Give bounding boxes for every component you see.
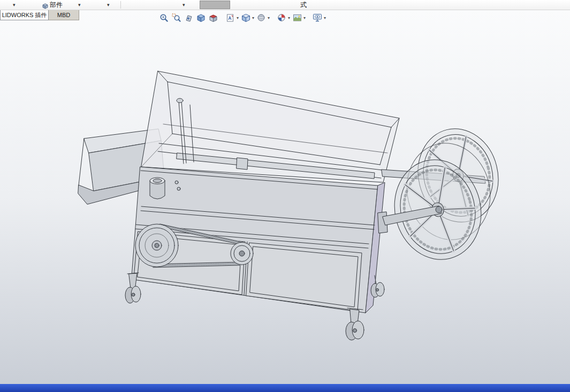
edit-appearance-icon[interactable] [276,13,287,22]
dropdown-arrow-icon[interactable]: ▾ [237,16,239,20]
section-view-icon[interactable] [208,13,218,22]
component-label[interactable]: 部件 [50,1,63,10]
component-icon [42,2,48,11]
dynamic-annotation-views-icon[interactable] [225,13,235,22]
driven-pulley[interactable] [231,242,253,265]
display-style-icon[interactable] [256,13,267,22]
caster-front-right[interactable] [346,308,364,340]
pressed-ribbon-button[interactable] [200,1,230,9]
dropdown-arrow-icon[interactable]: ▾ [183,2,185,8]
solidworks-window: ▾ 部件 ▾ ▾ ▾ 式 LIDWORKS 插件 MBD [0,0,570,392]
apply-scene-icon[interactable] [292,13,302,22]
view-orientation-icon[interactable] [240,13,251,22]
dropdown-arrow-icon[interactable]: ▾ [288,16,290,20]
3d-drawing-view-icon[interactable] [195,13,206,22]
dropdown-arrow-icon[interactable]: ▾ [324,16,326,20]
right-door[interactable] [244,242,362,311]
dropdown-arrow-icon[interactable]: ▾ [78,2,81,8]
dropdown-arrow-icon[interactable]: ▾ [252,16,254,20]
drive-pulley[interactable] [135,224,178,267]
zoom-to-area-icon[interactable] [171,13,181,22]
style-label: 式 [300,1,307,10]
zoom-to-fit-icon[interactable] [158,13,169,22]
tab-mbd[interactable]: MBD [49,10,79,20]
dropdown-arrow-icon[interactable]: ▾ [303,16,306,20]
headsup-toolbar: ▾ ▾ ▾ ▾ ▾ ▾ [158,13,326,22]
ribbon-partial: ▾ 部件 ▾ ▾ ▾ 式 [0,0,570,10]
dropdown-arrow-icon[interactable]: ▾ [268,16,270,20]
view-settings-icon[interactable] [312,13,323,22]
bottom-blue-bar[interactable] [0,384,570,392]
previous-view-icon[interactable] [183,13,194,22]
dropdown-arrow-icon[interactable]: ▾ [13,2,16,8]
dropdown-arrow-icon[interactable]: ▾ [107,2,110,8]
tab-solidworks-addins[interactable]: LIDWORKS 插件 [0,10,49,20]
cad-model[interactable] [0,0,570,392]
ribbon-separator [120,1,121,9]
hopper[interactable] [141,71,399,182]
